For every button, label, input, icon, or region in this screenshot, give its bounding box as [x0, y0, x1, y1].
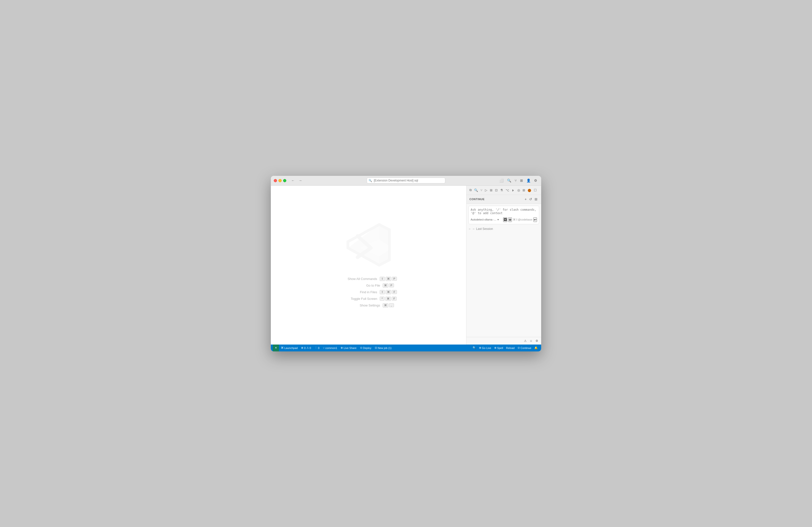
panel-icon-circle[interactable]: ◎ — [516, 187, 521, 193]
liveshare-icon: ⊕ — [340, 346, 343, 349]
close-button[interactable] — [274, 179, 277, 182]
shortcut-label: Show Settings — [343, 303, 380, 307]
shortcuts-list: Show All Commands ⇧ ⌘ P Go to File ⌘ P F — [340, 277, 397, 307]
warning-icon-button[interactable]: ⚠ — [523, 338, 528, 343]
search-icon-status: 🔍 — [473, 346, 476, 349]
feedback-button[interactable]: ☺ — [528, 338, 534, 343]
remote-icon: ✕ — [275, 346, 277, 349]
titlebar-search-container: 🔍 — [367, 178, 445, 183]
newjob-icon: ⊡ — [375, 346, 377, 349]
shortcut-row-go-to-file[interactable]: Go to File ⌘ P — [343, 283, 394, 288]
panel-icon-run[interactable]: ▷ — [484, 187, 488, 193]
codebase-label[interactable]: ⌘⇧@codebase — [513, 218, 532, 221]
session-arrow-icon: ← — [468, 227, 472, 230]
session-link[interactable]: ← ← Last Session — [466, 226, 541, 231]
key-p: P — [389, 283, 394, 287]
forward-button[interactable]: → — [298, 178, 303, 183]
shortcut-keys: ⌘ , — [383, 303, 394, 307]
panel-body: Autodetect-ollama -... ▾ 🖼 ⊕ ⌘⇧@codebase… — [466, 204, 541, 345]
warning-count: 0 — [310, 346, 311, 349]
chat-bottom-toolbar: ⚠ ☺ ⚙ — [466, 337, 541, 345]
panel-icon-active[interactable]: ⬤ — [527, 187, 532, 193]
titlebar-nav: ← → — [290, 178, 303, 183]
statusbar-deploy[interactable]: ⊙ Deploy — [359, 345, 373, 351]
statusbar-golive[interactable]: ⊕ Go Live — [478, 345, 493, 351]
panel-icon-play[interactable]: ⏵ — [511, 187, 516, 193]
statusbar-errors[interactable]: ⊗ 0 ⚠ 0 — [300, 345, 313, 351]
key-cmd: ⌘ — [385, 297, 391, 301]
statusbar-spell[interactable]: ⊗ Spell — [493, 345, 505, 351]
shortcut-row-show-all[interactable]: Show All Commands ⇧ ⌘ P — [340, 277, 397, 281]
traffic-lights — [274, 179, 286, 182]
submit-button[interactable]: ↩ — [533, 217, 537, 222]
liveshare-label: Live Share — [344, 346, 357, 349]
chat-content — [466, 231, 541, 337]
layout-button[interactable]: ⊞ — [519, 178, 524, 183]
panel-header-actions: + ↺ ⊞ — [524, 197, 538, 201]
key-cmd: ⌘ — [386, 290, 391, 294]
panel-icon-git[interactable]: ⌥ — [505, 187, 510, 193]
search-icon: 🔍 — [369, 179, 372, 182]
golive-label: Go Live — [482, 346, 491, 349]
sidebar-toggle-button[interactable]: ⬜ — [498, 178, 505, 183]
model-selector[interactable]: Autodetect-ollama -... ▾ — [470, 218, 499, 221]
editor-area: Show All Commands ⇧ ⌘ P Go to File ⌘ P F — [271, 186, 466, 345]
maximize-button[interactable] — [283, 179, 286, 182]
statusbar-search-button[interactable]: 🔍 — [471, 345, 478, 351]
settings-chat-button[interactable]: ⚙ — [535, 338, 539, 343]
chat-input[interactable] — [470, 208, 537, 215]
deploy-label: Deploy — [363, 346, 371, 349]
panel-icon-search[interactable]: 🔍 — [473, 187, 479, 193]
shortcut-label: Go to File — [343, 284, 380, 287]
shortcut-row-toggle-fullscreen[interactable]: Toggle Full Screen ^ ⌘ F — [340, 297, 397, 301]
context-button[interactable]: ⊕ — [508, 217, 512, 222]
panel-icon-copy[interactable]: ⧉ — [468, 187, 473, 193]
panel-icon-grid[interactable]: ⊞ — [522, 187, 526, 193]
continue-icon: ⊙ — [518, 346, 520, 349]
source-control-button[interactable]: ⑂ — [514, 178, 518, 183]
account-button[interactable]: 👤 — [525, 178, 532, 183]
titlebar-right-actions: ⬜ 🔍 ⑂ ⊞ 👤 ⚙ — [498, 178, 538, 183]
titlebar-search-input[interactable] — [367, 178, 445, 183]
shortcut-label: Toggle Full Screen — [340, 297, 377, 301]
shortcut-row-show-settings[interactable]: Show Settings ⌘ , — [343, 303, 394, 307]
statusbar-newjob[interactable]: ⊡ New job (1) — [373, 345, 393, 351]
shortcut-label: Show All Commands — [340, 277, 377, 281]
shortcut-label: Find in Files — [340, 290, 377, 294]
statusbar-branch[interactable]: ⑂ common1 — [321, 345, 339, 351]
statusbar-left: ✕ ⌘ Launchpad ⊗ 0 ⚠ 0 ⋮ 0 ⑂ common1 ⊕ — [273, 345, 393, 351]
history-button[interactable]: ↺ — [528, 197, 533, 201]
newjob-label: New job (1) — [378, 346, 392, 349]
key-cmd: ⌘ — [383, 283, 388, 288]
statusbar-continue[interactable]: ⊙ Continue — [516, 345, 533, 351]
back-button[interactable]: ← — [290, 178, 296, 183]
panel-icon-debug[interactable]: ⊞ — [489, 187, 493, 193]
panel-icon-test[interactable]: ⚗ — [499, 187, 504, 193]
minimize-button[interactable] — [278, 179, 282, 182]
panel-icon-branch[interactable]: ⑂ — [479, 187, 483, 193]
settings-button[interactable]: ⚙ — [533, 178, 538, 183]
statusbar-extensions[interactable]: ⋮ 0 — [313, 345, 321, 351]
notification-icon: 🔔 — [534, 346, 538, 349]
launchpad-icon: ⌘ — [281, 346, 284, 349]
statusbar-liveshare[interactable]: ⊕ Live Share — [339, 345, 358, 351]
search-toggle-button[interactable]: 🔍 — [506, 178, 512, 183]
statusbar-notification[interactable]: 🔔 — [533, 345, 539, 351]
statusbar-right: 🔍 ⊕ Go Live ⊗ Spell Reload ⊙ Continue 🔔 — [471, 345, 539, 351]
key-shift: ⇧ — [380, 277, 385, 281]
image-attach-button[interactable]: 🖼 — [503, 217, 507, 222]
statusbar-launchpad[interactable]: ⌘ Launchpad — [279, 345, 299, 351]
new-chat-button[interactable]: + — [524, 197, 527, 201]
panel-header: CONTINUE + ↺ ⊞ — [466, 195, 541, 204]
main-area: Show All Commands ⇧ ⌘ P Go to File ⌘ P F — [271, 186, 541, 345]
statusbar-remote[interactable]: ✕ — [273, 345, 279, 351]
layout-panel-button[interactable]: ⊞ — [534, 197, 538, 201]
statusbar-reload[interactable]: Reload — [505, 345, 516, 351]
panel-icon-extensions[interactable]: ⊡ — [494, 187, 499, 193]
branch-label: common1 — [325, 346, 337, 349]
shortcut-row-find-files[interactable]: Find in Files ⇧ ⌘ F — [340, 290, 397, 294]
panel-icon-toolbar: ⧉ 🔍 ⑂ ▷ ⊞ ⊡ ⚗ ⌥ ⏵ ◎ ⊞ ⬤ ☐ — [466, 186, 541, 195]
panel-icon-doc[interactable]: ☐ — [533, 187, 538, 193]
branch-icon: ⑂ — [323, 346, 325, 349]
side-panel: ⧉ 🔍 ⑂ ▷ ⊞ ⊡ ⚗ ⌥ ⏵ ◎ ⊞ ⬤ ☐ CONTINUE — [466, 186, 541, 345]
